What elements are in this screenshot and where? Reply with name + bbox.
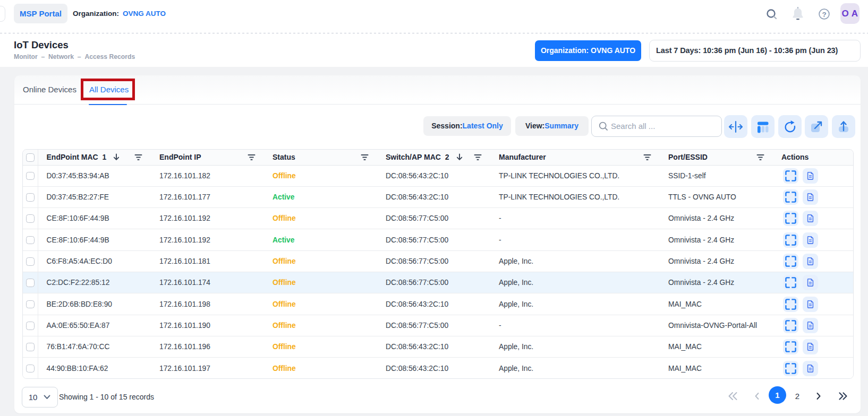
svg-text:?: ? <box>822 11 826 19</box>
